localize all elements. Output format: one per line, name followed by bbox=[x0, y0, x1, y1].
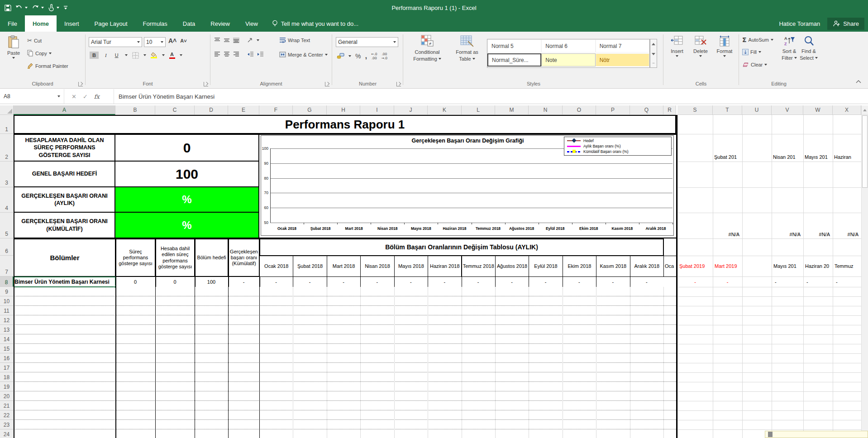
scroll-up-icon[interactable] bbox=[862, 105, 868, 115]
column-header-R[interactable]: R bbox=[663, 105, 676, 115]
row-header-2[interactable]: 2 bbox=[0, 134, 14, 162]
column-header-S[interactable]: S bbox=[677, 105, 713, 115]
fill-color-caret[interactable] bbox=[162, 54, 165, 56]
dept-value-cell[interactable]: 0 bbox=[115, 276, 155, 287]
column-header-I[interactable]: I bbox=[360, 105, 394, 115]
month-value-cell[interactable]: - bbox=[428, 276, 461, 287]
format-as-table-button[interactable]: Format as Table bbox=[450, 34, 484, 62]
column-header-K[interactable]: K bbox=[428, 105, 462, 115]
align-bottom-icon[interactable] bbox=[233, 38, 239, 43]
style-item[interactable]: Note bbox=[541, 53, 595, 67]
paste-caret[interactable] bbox=[12, 57, 15, 59]
clear-caret[interactable] bbox=[764, 64, 767, 66]
align-center-icon[interactable] bbox=[224, 52, 230, 57]
column-header-O[interactable]: O bbox=[563, 105, 596, 115]
column-header-X[interactable]: X bbox=[833, 105, 861, 115]
column-header-T[interactable]: T bbox=[713, 105, 742, 115]
decrease-font-icon[interactable]: A˅ bbox=[180, 38, 186, 43]
wrap-text-button[interactable]: Wrap Text bbox=[279, 37, 310, 43]
gallery-up-icon[interactable] bbox=[652, 43, 655, 45]
save-icon[interactable] bbox=[5, 5, 11, 11]
gallery-more-icon[interactable] bbox=[652, 63, 655, 64]
column-header-C[interactable]: C bbox=[155, 105, 195, 115]
month-header[interactable]: Mart 2018 bbox=[327, 256, 361, 277]
tab-home[interactable]: Home bbox=[25, 15, 57, 32]
conditional-formatting-button[interactable]: ≠ Conditional Formatting bbox=[406, 34, 448, 62]
monthly-table-title[interactable]: Bölüm Başarı Oranlarının Değişim Tablosu… bbox=[259, 238, 664, 256]
column-header-W[interactable]: W bbox=[803, 105, 833, 115]
month-header[interactable]: Temmuz 2018 bbox=[462, 256, 496, 277]
insert-function-icon[interactable]: fx bbox=[94, 93, 100, 100]
row-header-7[interactable]: 7 bbox=[0, 256, 14, 276]
column-header-Q[interactable]: Q bbox=[630, 105, 663, 115]
format-cells-button[interactable]: Format bbox=[713, 35, 736, 57]
delete-caret[interactable] bbox=[699, 55, 702, 57]
style-item[interactable]: Normal 7 bbox=[596, 39, 649, 52]
metric-label[interactable]: GERÇEKLEŞEN BAŞARI ORANI (AYLIK) bbox=[14, 187, 115, 213]
style-item[interactable]: Normal_Süre... bbox=[487, 53, 541, 67]
row-header-14[interactable]: 14 bbox=[0, 334, 14, 344]
column-header-J[interactable]: J bbox=[394, 105, 428, 115]
number-format-combo[interactable]: General bbox=[336, 37, 398, 47]
font-color-caret[interactable] bbox=[180, 54, 182, 56]
metric-value[interactable]: 100 bbox=[115, 162, 259, 187]
month-header[interactable]: Ağustos 2018 bbox=[495, 256, 529, 277]
cell-row5-T[interactable]: #N/A bbox=[713, 213, 739, 238]
column-header-F[interactable]: F bbox=[259, 105, 293, 115]
row-header-17[interactable]: 17 bbox=[0, 363, 14, 372]
delete-cells-button[interactable]: Delete bbox=[690, 35, 711, 57]
month-value-cell[interactable]: - bbox=[394, 276, 428, 287]
month-value-cell[interactable]: - bbox=[360, 276, 394, 287]
style-item[interactable]: Normal 5 bbox=[487, 39, 541, 52]
scroll-thumb[interactable] bbox=[862, 115, 868, 188]
right-value-V[interactable]: - bbox=[772, 276, 803, 287]
cell-row2-X[interactable]: Haziran bbox=[834, 134, 861, 162]
column-header-P[interactable]: P bbox=[596, 105, 630, 115]
gallery-down-icon[interactable] bbox=[652, 53, 655, 55]
row-header-1[interactable]: 1 bbox=[0, 115, 14, 134]
column-header-V[interactable]: V bbox=[772, 105, 803, 115]
fill-button[interactable]: ↓ Fill bbox=[742, 49, 761, 55]
column-header-M[interactable]: M bbox=[495, 105, 529, 115]
paste-button[interactable]: Paste bbox=[4, 35, 24, 59]
tell-me-box[interactable]: Tell me what you want to do... bbox=[266, 15, 365, 32]
percent-style-icon[interactable]: % bbox=[355, 52, 361, 60]
select-all-corner[interactable] bbox=[0, 105, 14, 115]
row-header-6[interactable]: 6 bbox=[0, 238, 14, 256]
month-header-overflow[interactable]: Oca bbox=[663, 256, 677, 277]
month-value-cell[interactable]: - bbox=[462, 276, 495, 287]
font-dialog-launcher[interactable] bbox=[204, 82, 208, 86]
decrease-decimal-icon[interactable]: .00→.0 bbox=[382, 52, 387, 60]
style-item[interactable]: Normal 6 bbox=[541, 39, 595, 52]
row-header-5[interactable]: 5 bbox=[0, 213, 14, 238]
tab-file[interactable]: File bbox=[0, 15, 25, 32]
cut-button[interactable]: ✂ Cut bbox=[27, 37, 42, 44]
decrease-indent-icon[interactable] bbox=[247, 52, 254, 57]
month-value-cell[interactable]: - bbox=[327, 276, 360, 287]
metric-value[interactable]: % bbox=[115, 187, 259, 213]
month-header[interactable]: Haziran 2018 bbox=[428, 256, 462, 277]
collapse-ribbon-icon[interactable] bbox=[855, 79, 863, 86]
column-header-E[interactable]: E bbox=[228, 105, 259, 115]
format-painter-button[interactable]: Format Painter bbox=[27, 62, 68, 69]
row-header-3[interactable]: 3 bbox=[0, 162, 14, 187]
underline-button[interactable]: U bbox=[113, 52, 120, 59]
report-title-cell[interactable]: Performans Raporu 1 bbox=[14, 115, 676, 134]
autosum-button[interactable]: Σ AutoSum bbox=[742, 36, 773, 43]
active-cell-A8[interactable]: Bimser Ürün Yönetim Başarı Karnesi bbox=[14, 276, 116, 287]
row-header-12[interactable]: 12 bbox=[0, 315, 14, 325]
format-caret[interactable] bbox=[723, 55, 726, 57]
tab-view[interactable]: View bbox=[238, 15, 266, 32]
dept-header-2[interactable]: Hesaba dahil edilen süreç performans gös… bbox=[155, 238, 195, 277]
right-value-S[interactable]: - bbox=[677, 276, 713, 287]
underline-caret[interactable] bbox=[125, 54, 128, 56]
font-size-combo[interactable]: 10 bbox=[144, 37, 166, 47]
orientation-icon[interactable] bbox=[247, 37, 253, 43]
italic-button[interactable]: I bbox=[103, 52, 109, 59]
tab-formulas[interactable]: Formulas bbox=[135, 15, 175, 32]
name-box[interactable]: A8 bbox=[0, 89, 64, 104]
increase-decimal-icon[interactable]: ←.0.00 bbox=[371, 52, 377, 60]
cell-row5-W[interactable]: #N/A bbox=[803, 213, 830, 238]
row-header-19[interactable]: 19 bbox=[0, 382, 14, 391]
month-header[interactable]: Eylül 2018 bbox=[529, 256, 563, 277]
